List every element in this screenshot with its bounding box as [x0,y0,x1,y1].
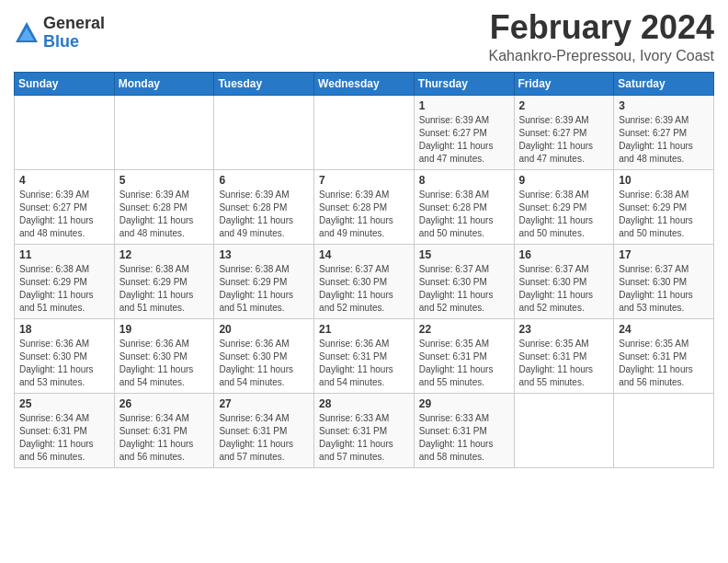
calendar-cell [15,95,115,169]
day-number: 17 [619,248,709,261]
calendar-cell: 15Sunrise: 6:37 AM Sunset: 6:30 PM Dayli… [414,244,514,318]
day-info: Sunrise: 6:33 AM Sunset: 6:31 PM Dayligh… [419,412,509,464]
calendar-cell: 9Sunrise: 6:38 AM Sunset: 6:29 PM Daylig… [514,169,614,244]
day-number: 22 [419,323,509,336]
day-number: 7 [319,174,409,187]
day-info: Sunrise: 6:37 AM Sunset: 6:30 PM Dayligh… [619,263,709,315]
calendar-cell: 17Sunrise: 6:37 AM Sunset: 6:30 PM Dayli… [614,244,714,318]
calendar-cell [614,393,714,467]
calendar-cell: 20Sunrise: 6:36 AM Sunset: 6:30 PM Dayli… [214,318,314,393]
day-info: Sunrise: 6:34 AM Sunset: 6:31 PM Dayligh… [119,412,210,464]
day-info: Sunrise: 6:39 AM Sunset: 6:27 PM Dayligh… [519,114,609,166]
day-number: 11 [19,248,109,261]
col-header-thursday: Thursday [414,72,514,95]
day-info: Sunrise: 6:35 AM Sunset: 6:31 PM Dayligh… [419,338,509,389]
calendar-cell: 26Sunrise: 6:34 AM Sunset: 6:31 PM Dayli… [114,393,214,467]
day-number: 20 [219,323,309,336]
calendar-cell: 8Sunrise: 6:38 AM Sunset: 6:28 PM Daylig… [414,169,514,244]
day-number: 27 [219,397,309,410]
col-header-friday: Friday [514,72,614,95]
calendar-cell: 13Sunrise: 6:38 AM Sunset: 6:29 PM Dayli… [214,244,314,318]
day-number: 25 [19,397,109,410]
month-title: February 2024 [489,9,714,46]
calendar-cell: 5Sunrise: 6:39 AM Sunset: 6:28 PM Daylig… [114,169,214,244]
day-number: 6 [219,174,309,187]
day-number: 13 [219,248,309,261]
day-info: Sunrise: 6:39 AM Sunset: 6:28 PM Dayligh… [319,189,409,240]
calendar-table: SundayMondayTuesdayWednesdayThursdayFrid… [14,72,714,468]
day-info: Sunrise: 6:38 AM Sunset: 6:29 PM Dayligh… [119,263,210,315]
col-header-tuesday: Tuesday [214,72,314,95]
col-header-monday: Monday [114,72,214,95]
day-number: 19 [119,323,210,336]
calendar-cell: 4Sunrise: 6:39 AM Sunset: 6:27 PM Daylig… [15,169,115,244]
col-header-wednesday: Wednesday [314,72,415,95]
day-info: Sunrise: 6:37 AM Sunset: 6:30 PM Dayligh… [519,263,609,315]
calendar-cell: 16Sunrise: 6:37 AM Sunset: 6:30 PM Dayli… [514,244,614,318]
day-info: Sunrise: 6:38 AM Sunset: 6:28 PM Dayligh… [419,189,509,240]
header: General Blue February 2024 Kahankro-Prep… [14,9,714,64]
day-info: Sunrise: 6:34 AM Sunset: 6:31 PM Dayligh… [219,412,309,464]
day-number: 29 [419,397,509,410]
calendar-cell [314,95,415,169]
day-info: Sunrise: 6:36 AM Sunset: 6:30 PM Dayligh… [119,338,210,389]
col-header-sunday: Sunday [15,72,115,95]
day-info: Sunrise: 6:39 AM Sunset: 6:28 PM Dayligh… [119,189,210,240]
day-info: Sunrise: 6:39 AM Sunset: 6:27 PM Dayligh… [419,114,509,166]
day-number: 21 [319,323,409,336]
calendar-cell: 25Sunrise: 6:34 AM Sunset: 6:31 PM Dayli… [15,393,115,467]
calendar-cell: 22Sunrise: 6:35 AM Sunset: 6:31 PM Dayli… [414,318,514,393]
day-number: 1 [419,99,509,112]
day-info: Sunrise: 6:39 AM Sunset: 6:27 PM Dayligh… [19,189,109,240]
day-number: 8 [419,174,509,187]
location-title: Kahankro-Prepressou, Ivory Coast [489,48,714,64]
day-number: 10 [619,174,709,187]
day-info: Sunrise: 6:33 AM Sunset: 6:31 PM Dayligh… [319,412,409,464]
calendar-cell: 14Sunrise: 6:37 AM Sunset: 6:30 PM Dayli… [314,244,415,318]
day-number: 24 [619,323,709,336]
calendar-cell: 21Sunrise: 6:36 AM Sunset: 6:31 PM Dayli… [314,318,415,393]
logo-blue-text: Blue [43,33,105,52]
calendar-cell: 2Sunrise: 6:39 AM Sunset: 6:27 PM Daylig… [514,95,614,169]
calendar-cell: 29Sunrise: 6:33 AM Sunset: 6:31 PM Dayli… [414,393,514,467]
day-info: Sunrise: 6:38 AM Sunset: 6:29 PM Dayligh… [19,263,109,315]
day-info: Sunrise: 6:37 AM Sunset: 6:30 PM Dayligh… [419,263,509,315]
logo-general-text: General [43,15,105,33]
calendar-cell: 10Sunrise: 6:38 AM Sunset: 6:29 PM Dayli… [614,169,714,244]
calendar-cell: 11Sunrise: 6:38 AM Sunset: 6:29 PM Dayli… [15,244,115,318]
day-info: Sunrise: 6:35 AM Sunset: 6:31 PM Dayligh… [519,338,609,389]
day-number: 28 [319,397,409,410]
calendar-cell: 6Sunrise: 6:39 AM Sunset: 6:28 PM Daylig… [214,169,314,244]
day-info: Sunrise: 6:36 AM Sunset: 6:30 PM Dayligh… [219,338,309,389]
day-info: Sunrise: 6:38 AM Sunset: 6:29 PM Dayligh… [619,189,709,240]
day-info: Sunrise: 6:36 AM Sunset: 6:30 PM Dayligh… [19,338,109,389]
day-number: 2 [519,99,609,112]
day-number: 5 [119,174,210,187]
calendar-cell: 18Sunrise: 6:36 AM Sunset: 6:30 PM Dayli… [15,318,115,393]
day-info: Sunrise: 6:39 AM Sunset: 6:27 PM Dayligh… [619,114,709,166]
day-number: 12 [119,248,210,261]
calendar-cell [514,393,614,467]
day-info: Sunrise: 6:35 AM Sunset: 6:31 PM Dayligh… [619,338,709,389]
day-number: 18 [19,323,109,336]
calendar-cell: 12Sunrise: 6:38 AM Sunset: 6:29 PM Dayli… [114,244,214,318]
day-info: Sunrise: 6:37 AM Sunset: 6:30 PM Dayligh… [319,263,409,315]
day-number: 15 [419,248,509,261]
day-number: 16 [519,248,609,261]
calendar-cell: 7Sunrise: 6:39 AM Sunset: 6:28 PM Daylig… [314,169,415,244]
calendar-cell: 24Sunrise: 6:35 AM Sunset: 6:31 PM Dayli… [614,318,714,393]
day-number: 4 [19,174,109,187]
day-number: 23 [519,323,609,336]
day-info: Sunrise: 6:38 AM Sunset: 6:29 PM Dayligh… [519,189,609,240]
day-number: 26 [119,397,210,410]
calendar-cell: 1Sunrise: 6:39 AM Sunset: 6:27 PM Daylig… [414,95,514,169]
calendar-cell: 23Sunrise: 6:35 AM Sunset: 6:31 PM Dayli… [514,318,614,393]
calendar-cell [114,95,214,169]
calendar-cell: 28Sunrise: 6:33 AM Sunset: 6:31 PM Dayli… [314,393,415,467]
day-info: Sunrise: 6:36 AM Sunset: 6:31 PM Dayligh… [319,338,409,389]
col-header-saturday: Saturday [614,72,714,95]
day-number: 3 [619,99,709,112]
day-info: Sunrise: 6:39 AM Sunset: 6:28 PM Dayligh… [219,189,309,240]
title-area: February 2024 Kahankro-Prepressou, Ivory… [489,9,714,64]
day-number: 14 [319,248,409,261]
